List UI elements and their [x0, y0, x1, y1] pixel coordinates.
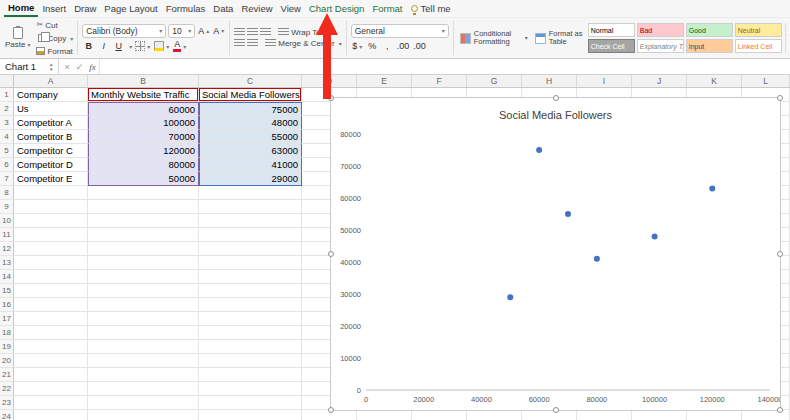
tab-page-layout[interactable]: Page Layout [100, 0, 161, 17]
cell-A14[interactable] [14, 270, 88, 284]
decrease-decimal-button[interactable]: .00 [412, 40, 427, 53]
row-header-12[interactable]: 12 [0, 242, 14, 256]
cell-C15[interactable] [199, 284, 302, 298]
row-header-22[interactable]: 22 [0, 382, 14, 396]
cell-C21[interactable] [199, 368, 302, 382]
column-header-K[interactable]: K [687, 75, 742, 87]
cut-button[interactable]: ✂Cut [36, 19, 73, 31]
row-header-10[interactable]: 10 [0, 214, 14, 228]
cell-B12[interactable] [88, 242, 199, 256]
cell-B11[interactable] [88, 228, 199, 242]
tab-format[interactable]: Format [368, 0, 406, 17]
cell-A5[interactable]: Competitor C [14, 144, 88, 158]
cell-B19[interactable] [88, 340, 199, 354]
cell-A1[interactable]: Company [14, 88, 88, 102]
style-linked-cell[interactable]: Linked Cell [735, 39, 782, 53]
cancel-button[interactable]: × [61, 62, 72, 72]
cell-C24[interactable] [199, 410, 302, 420]
cell-C16[interactable] [199, 298, 302, 312]
chart-resize-handle-e[interactable] [777, 251, 783, 257]
cell-C7[interactable]: 29000 [199, 172, 302, 186]
cell-C14[interactable] [199, 270, 302, 284]
bold-button[interactable]: B [82, 40, 95, 53]
tab-data[interactable]: Data [209, 0, 237, 17]
style-check-cell[interactable]: Check Cell [588, 39, 635, 53]
borders-button[interactable]: ▾ [134, 40, 151, 53]
cell-B2[interactable]: 60000 [88, 102, 199, 116]
cell-B1[interactable]: Monthly Website Traffic [88, 88, 199, 102]
indent-decrease-icon[interactable] [234, 39, 245, 48]
cell-C17[interactable] [199, 312, 302, 326]
row-header-7[interactable]: 7 [0, 172, 14, 186]
tab-formulas[interactable]: Formulas [162, 0, 210, 17]
column-header-E[interactable]: E [357, 75, 412, 87]
cell-C4[interactable]: 55000 [199, 130, 302, 144]
chart-resize-handle-w[interactable] [328, 251, 334, 257]
cell-C8[interactable] [199, 186, 302, 200]
cell-B4[interactable]: 70000 [88, 130, 199, 144]
cell-B9[interactable] [88, 200, 199, 214]
gallery-scroll[interactable]: ▲ ▼ [785, 23, 790, 53]
cell-B3[interactable]: 100000 [88, 116, 199, 130]
row-header-18[interactable]: 18 [0, 326, 14, 340]
cell-A23[interactable] [14, 396, 88, 410]
cell-C20[interactable] [199, 354, 302, 368]
cell-A7[interactable]: Competitor E [14, 172, 88, 186]
tab-draw[interactable]: Draw [70, 0, 100, 17]
select-all-corner[interactable] [0, 75, 14, 87]
cell-A10[interactable] [14, 214, 88, 228]
name-box[interactable]: Chart 1 [0, 61, 46, 72]
row-header-16[interactable]: 16 [0, 298, 14, 312]
chart-object[interactable]: Social Media Followers010000200003000040… [330, 97, 781, 411]
cell-A18[interactable] [14, 326, 88, 340]
font-color-button[interactable]: A▾ [172, 40, 187, 53]
conditional-formatting-button[interactable]: Conditional Formatting ▾ [458, 30, 530, 47]
cell-C19[interactable] [199, 340, 302, 354]
row-header-6[interactable]: 6 [0, 158, 14, 172]
fill-color-button[interactable]: ▾ [153, 40, 170, 53]
cell-A24[interactable] [14, 410, 88, 420]
insert-function-button[interactable]: fx [86, 62, 99, 72]
row-header-3[interactable]: 3 [0, 116, 14, 130]
italic-button[interactable]: I [97, 40, 110, 53]
cell-B18[interactable] [88, 326, 199, 340]
chart-resize-handle-se[interactable] [777, 407, 783, 413]
stepper-down-icon[interactable]: ▼ [49, 67, 53, 72]
cell-C22[interactable] [199, 382, 302, 396]
row-header-8[interactable]: 8 [0, 186, 14, 200]
tab-view[interactable]: View [277, 0, 305, 17]
style-explanatory-t[interactable]: Explanatory T... [637, 39, 684, 53]
column-header-L[interactable]: L [742, 75, 790, 87]
tab-insert[interactable]: Insert [38, 0, 70, 17]
cell-C18[interactable] [199, 326, 302, 340]
cell-B21[interactable] [88, 368, 199, 382]
row-header-4[interactable]: 4 [0, 130, 14, 144]
cell-A12[interactable] [14, 242, 88, 256]
row-header-15[interactable]: 15 [0, 284, 14, 298]
column-header-F[interactable]: F [412, 75, 467, 87]
cell-B8[interactable] [88, 186, 199, 200]
row-header-19[interactable]: 19 [0, 340, 14, 354]
tab-home[interactable]: Home [4, 0, 38, 17]
format-as-table-button[interactable]: Format as Table [533, 30, 585, 47]
cell-B16[interactable] [88, 298, 199, 312]
cell-B22[interactable] [88, 382, 199, 396]
column-header-A[interactable]: A [14, 75, 88, 87]
comma-style-button[interactable]: , [381, 40, 394, 53]
font-name-select[interactable]: Calibri (Body)▾ [82, 24, 166, 38]
style-neutral[interactable]: Neutral [735, 23, 782, 37]
style-normal[interactable]: Normal [588, 23, 635, 37]
row-header-14[interactable]: 14 [0, 270, 14, 284]
chart-resize-handle-sw[interactable] [328, 407, 334, 413]
font-size-select[interactable]: 10▾ [168, 24, 195, 38]
cell-C11[interactable] [199, 228, 302, 242]
name-box-stepper[interactable]: ▲▼ [46, 62, 56, 72]
style-good[interactable]: Good [686, 23, 733, 37]
cell-B10[interactable] [88, 214, 199, 228]
cell-A16[interactable] [14, 298, 88, 312]
tab-tell-me[interactable]: Tell me [407, 0, 455, 17]
cell-A11[interactable] [14, 228, 88, 242]
cell-C10[interactable] [199, 214, 302, 228]
align-right-icon[interactable] [260, 28, 271, 37]
cell-A6[interactable]: Competitor D [14, 158, 88, 172]
